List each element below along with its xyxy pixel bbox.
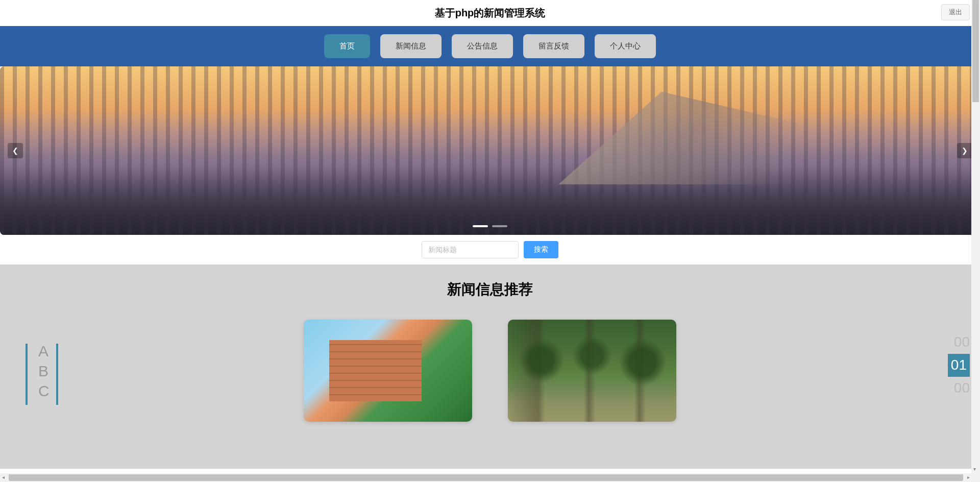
carousel-dot[interactable]	[473, 225, 488, 227]
search-button[interactable]: 搜索	[524, 241, 558, 258]
nav-feedback[interactable]: 留言反馈	[523, 34, 584, 58]
carousel-prev-button[interactable]: ❮	[8, 143, 23, 158]
hero-carousel: ❮ ❯	[0, 66, 980, 235]
vertical-scrollbar[interactable]	[971, 0, 980, 469]
decoration-line	[26, 344, 28, 405]
page-indicator[interactable]: 00	[948, 377, 970, 400]
recommend-section: 新闻信息推荐 A B C 00 01 00	[0, 264, 980, 469]
nav-profile[interactable]: 个人中心	[595, 34, 656, 58]
logout-button[interactable]: 退出	[941, 4, 970, 20]
section-title: 新闻信息推荐	[0, 280, 980, 299]
scrollbar-thumb[interactable]	[972, 0, 979, 102]
search-input[interactable]	[422, 241, 519, 258]
carousel-slide	[0, 66, 980, 235]
nav-home[interactable]: 首页	[324, 34, 370, 58]
nav-announcement[interactable]: 公告信息	[452, 34, 513, 58]
news-card[interactable]	[508, 320, 676, 422]
news-card-image	[304, 320, 472, 422]
news-card-list	[0, 320, 980, 422]
nav-news[interactable]: 新闻信息	[380, 34, 442, 58]
news-card-image	[508, 320, 676, 422]
side-pagination: 00 01 00	[948, 331, 970, 399]
decoration-letter: C	[38, 381, 50, 401]
chevron-left-icon: ❮	[12, 147, 18, 155]
page-title: 基于php的新闻管理系统	[10, 6, 970, 20]
page-indicator[interactable]: 00	[948, 331, 970, 354]
page-indicator-active[interactable]: 01	[948, 354, 970, 377]
decoration-letter: B	[38, 361, 50, 381]
search-bar: 搜索	[0, 235, 980, 264]
decoration-line	[56, 344, 58, 405]
chevron-right-icon: ❯	[962, 147, 968, 155]
carousel-next-button[interactable]: ❯	[957, 143, 972, 158]
main-nav: 首页 新闻信息 公告信息 留言反馈 个人中心	[0, 26, 980, 66]
news-card[interactable]	[304, 320, 472, 422]
decoration-letter: A	[38, 341, 50, 361]
side-letter-decoration: A B C	[26, 341, 50, 401]
carousel-dot[interactable]	[492, 225, 507, 227]
carousel-indicators	[473, 225, 507, 227]
